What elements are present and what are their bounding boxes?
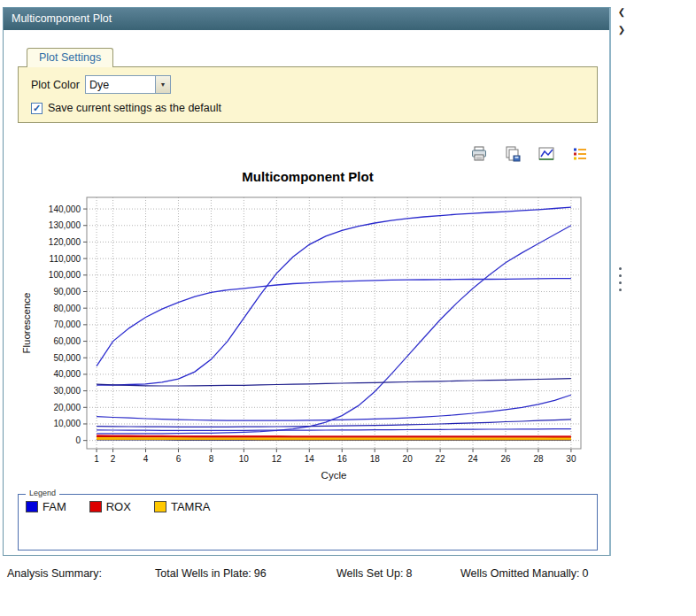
collapse-right-chevron-icon[interactable]: ❯	[615, 21, 629, 39]
y-tick-label: 140,000	[49, 204, 81, 214]
x-tick-label: 18	[370, 454, 381, 464]
save-default-label: Save current settings as the default	[48, 102, 221, 114]
x-tick-label: 26	[500, 454, 511, 464]
chart-title: Multicomponent Plot	[18, 169, 598, 184]
x-tick-label: 30	[566, 454, 576, 464]
window-title: Multicomponent Plot	[12, 12, 112, 25]
x-tick-label: 6	[176, 454, 182, 464]
legend-swatch-fam	[26, 501, 38, 512]
summary-stat-total-wells: Total Wells in Plate:96	[155, 567, 267, 580]
legend-label: ROX	[106, 500, 131, 513]
print-button[interactable]	[469, 145, 489, 163]
legend-box: Legend FAMROXTAMRA	[18, 494, 598, 551]
x-tick-label: 24	[468, 454, 478, 464]
y-tick-label: 30,000	[53, 386, 81, 396]
legend-item-rox: ROX	[89, 500, 131, 513]
legend-label: FAM	[43, 500, 66, 513]
chart-toolbar	[469, 145, 590, 163]
summary-stat-value: 96	[254, 567, 267, 580]
print-icon	[470, 145, 488, 163]
x-tick-label: 2	[111, 454, 116, 464]
y-tick-label: 100,000	[49, 270, 81, 280]
y-tick-label: 20,000	[53, 403, 81, 412]
y-tick-label: 40,000	[53, 369, 81, 379]
y-tick-label: 10,000	[53, 419, 81, 428]
copy-icon	[504, 145, 522, 163]
y-tick-label: 0	[75, 435, 81, 445]
x-tick-label: 28	[533, 454, 544, 464]
x-tick-label: 20	[403, 454, 414, 464]
dropdown-arrow-icon[interactable]: ▼	[155, 76, 170, 93]
summary-stat-value: 0	[583, 567, 589, 580]
legend-item-tamra: TAMRA	[154, 500, 211, 513]
legend-caption: Legend	[26, 489, 59, 497]
y-tick-label: 70,000	[53, 320, 81, 329]
y-tick-label: 80,000	[53, 304, 81, 313]
plot-settings-panel: Plot Settings Plot Color Dye ▼ ✓ Save cu…	[18, 48, 598, 123]
x-axis-title: Cycle	[321, 470, 347, 481]
legend-swatch-rox	[89, 501, 102, 512]
x-tick-label: 14	[305, 454, 315, 464]
y-tick-label: 130,000	[49, 220, 81, 230]
splitter-handle[interactable]	[619, 267, 623, 296]
summary-stat-label: Total Wells in Plate:	[155, 567, 251, 580]
plot-settings-body: Plot Color Dye ▼ ✓ Save current settings…	[18, 66, 598, 123]
summary-stat-wells-omitted: Wells Omitted Manually:0	[460, 567, 589, 580]
x-tick-label: 4	[143, 454, 149, 464]
save-default-checkbox[interactable]: ✓	[31, 103, 43, 114]
x-tick-label: 22	[436, 454, 446, 464]
legend-swatch-tamra	[154, 501, 166, 512]
check-icon: ✓	[33, 104, 41, 113]
series-TAMRA-1	[97, 438, 571, 439]
legend-items: FAMROXTAMRA	[26, 500, 588, 513]
plot-color-label: Plot Color	[31, 79, 80, 91]
summary-stat-wells-set-up: Wells Set Up:8	[336, 567, 412, 580]
collapse-left-chevron-icon[interactable]: ❮	[615, 4, 629, 21]
panel-collapse-controls: ❮ ❯	[615, 4, 629, 39]
x-tick-label: 16	[337, 454, 348, 464]
multicomponent-plot-window: Multicomponent Plot Plot Settings Plot C…	[3, 7, 611, 556]
page: Multicomponent Plot Plot Settings Plot C…	[0, 0, 696, 616]
multicomponent-chart: 010,00020,00030,00040,00050,00060,00070,…	[16, 187, 600, 486]
legend-item-fam: FAM	[26, 500, 66, 513]
plot-properties-button[interactable]	[537, 145, 556, 163]
plot-color-value: Dye	[86, 79, 155, 91]
y-tick-label: 50,000	[53, 353, 81, 363]
legend-list-icon	[571, 145, 589, 163]
show-legend-button[interactable]	[570, 145, 590, 163]
x-tick-label: 10	[239, 454, 250, 464]
series-ROX-2	[97, 437, 571, 438]
analysis-summary-bar: Analysis Summary: Total Wells in Plate:9…	[0, 567, 696, 585]
summary-stat-value: 8	[406, 567, 413, 580]
y-tick-label: 60,000	[53, 336, 81, 346]
y-axis-title: Fluorescence	[21, 292, 32, 353]
y-tick-label: 120,000	[49, 237, 81, 247]
plot-properties-icon	[537, 145, 555, 163]
y-tick-label: 110,000	[50, 254, 81, 264]
analysis-summary-label: Analysis Summary:	[7, 567, 102, 580]
tab-plot-settings[interactable]: Plot Settings	[27, 48, 113, 67]
window-titlebar: Multicomponent Plot	[4, 8, 609, 30]
legend-label: TAMRA	[171, 500, 211, 513]
x-tick-label: 12	[272, 454, 282, 464]
x-tick-label: 1	[94, 454, 99, 464]
summary-stat-label: Wells Set Up:	[336, 567, 404, 580]
plot-color-dropdown[interactable]: Dye ▼	[85, 75, 171, 94]
x-tick-label: 8	[209, 454, 214, 464]
copy-to-clipboard-button[interactable]	[503, 145, 522, 163]
summary-stat-label: Wells Omitted Manually:	[460, 567, 580, 580]
y-tick-label: 90,000	[53, 287, 81, 296]
